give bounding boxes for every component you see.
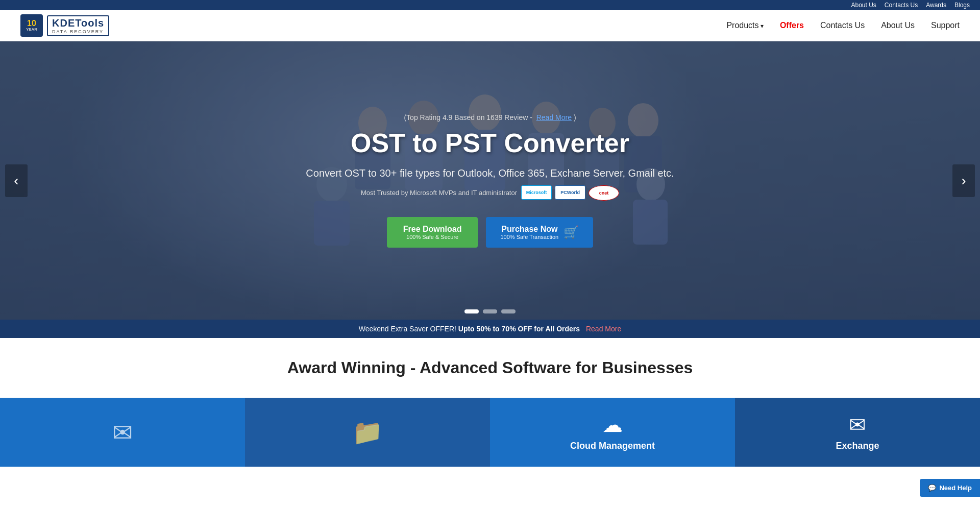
- slider-next-button[interactable]: ›: [952, 164, 975, 197]
- microsoft-badge: Microsoft: [521, 185, 552, 200]
- hero-content: (Top Rating 4.9 Based on 1639 Review - R…: [0, 41, 980, 320]
- cart-icon: 🛒: [564, 225, 579, 240]
- topbar-about[interactable]: About Us: [851, 2, 876, 9]
- nav-contacts[interactable]: Contacts Us: [820, 21, 865, 30]
- cnet-badge: cnet: [589, 185, 619, 201]
- rating-link[interactable]: Read More: [536, 113, 572, 122]
- product-cards: ✉ 📁 ☁ Cloud Management ✉ Exchange: [0, 398, 980, 467]
- hero-trust: Most Trusted by Microsoft MVPs and IT ad…: [361, 185, 619, 201]
- offer-read-more[interactable]: Read More: [586, 325, 621, 333]
- purchase-label: Purchase Now: [501, 225, 557, 233]
- top-bar: About Us Contacts Us Awards Blogs: [0, 0, 980, 10]
- slider-dot-2[interactable]: [483, 309, 497, 313]
- slider-dot-1[interactable]: [464, 309, 479, 313]
- purchase-button[interactable]: Purchase Now 100% Safe Transaction 🛒: [486, 217, 593, 248]
- logo-year-label: YEAR: [26, 28, 37, 32]
- logo-sub: DATA RECOVERY: [52, 29, 104, 34]
- award-title: Award Winning - Advanced Software for Bu…: [10, 358, 970, 377]
- slider-dot-3[interactable]: [501, 309, 516, 313]
- exchange-label: Exchange: [836, 441, 879, 451]
- logo-year: 10: [27, 19, 36, 28]
- download-label: Free Download: [403, 224, 462, 234]
- nav-offers[interactable]: Offers: [780, 21, 804, 30]
- product-card-2-icon: 📁: [352, 418, 383, 447]
- product-card-2[interactable]: 📁: [245, 398, 490, 467]
- rating-text: (Top Rating 4.9 Based on 1639 Review -: [404, 113, 532, 122]
- hero-slider: (Top Rating 4.9 Based on 1639 Review - R…: [0, 41, 980, 320]
- purchase-text: Purchase Now 100% Safe Transaction: [500, 224, 558, 240]
- award-section: Award Winning - Advanced Software for Bu…: [0, 338, 980, 398]
- nav-products[interactable]: Products: [726, 21, 763, 30]
- nav-support[interactable]: Support: [931, 21, 960, 30]
- trust-text: Most Trusted by Microsoft MVPs and IT ad…: [361, 189, 517, 197]
- logo-text-box: KDETools DATA RECOVERY: [47, 15, 109, 36]
- cloud-label: Cloud Management: [570, 441, 655, 451]
- hero-rating: (Top Rating 4.9 Based on 1639 Review - R…: [404, 113, 576, 122]
- offer-highlight: Upto 50% to 70% OFF for All Orders: [458, 325, 580, 333]
- nav-about[interactable]: About Us: [881, 21, 915, 30]
- logo-area: 10 YEAR KDETools DATA RECOVERY: [20, 14, 109, 37]
- product-card-1[interactable]: ✉: [0, 398, 245, 467]
- download-sub-label: 100% Safe & Secure: [406, 234, 458, 240]
- topbar-contacts[interactable]: Contacts Us: [885, 2, 918, 9]
- purchase-sub-label: 100% Safe Transaction: [500, 234, 558, 240]
- pcworld-badge: PCWorld: [555, 185, 585, 200]
- offer-bar: Weekend Extra Saver OFFER! Upto 50% to 7…: [0, 320, 980, 338]
- product-card-cloud[interactable]: ☁ Cloud Management: [490, 398, 735, 467]
- logo-badge: 10 YEAR: [20, 14, 43, 37]
- hero-buttons: Free Download 100% Safe & Secure Purchas…: [387, 217, 593, 248]
- header: 10 YEAR KDETools DATA RECOVERY Products …: [0, 10, 980, 41]
- main-nav: Products Offers Contacts Us About Us Sup…: [726, 21, 960, 30]
- hero-title: OST to PST Converter: [351, 128, 629, 158]
- product-card-exchange[interactable]: ✉ Exchange: [735, 398, 980, 467]
- hero-subtitle: Convert OST to 30+ file types for Outloo…: [306, 167, 674, 179]
- trust-badges: Microsoft PCWorld cnet: [521, 185, 619, 201]
- free-download-button[interactable]: Free Download 100% Safe & Secure: [387, 217, 478, 248]
- product-card-1-icon: ✉: [112, 418, 133, 447]
- slider-prev-button[interactable]: ‹: [5, 164, 28, 197]
- topbar-awards[interactable]: Awards: [926, 2, 946, 9]
- offer-text: Weekend Extra Saver OFFER!: [359, 325, 456, 333]
- logo-brand: KDETools: [52, 17, 104, 29]
- cloud-icon: ☁: [602, 413, 623, 437]
- slider-dots: [464, 309, 516, 313]
- topbar-blogs[interactable]: Blogs: [954, 2, 970, 9]
- exchange-icon: ✉: [849, 413, 866, 437]
